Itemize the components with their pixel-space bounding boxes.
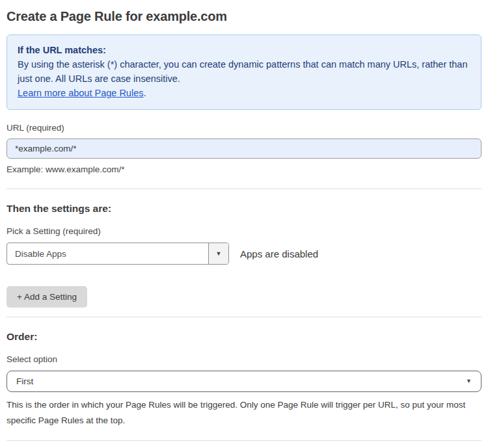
url-match-info-box: If the URL matches: By using the asteris…: [7, 34, 481, 110]
info-box-link-line: Learn more about Page Rules.: [18, 86, 470, 100]
setting-dropdown[interactable]: Disable Apps ▼: [7, 243, 229, 265]
link-suffix: .: [143, 88, 146, 98]
divider: [7, 317, 481, 317]
add-setting-button[interactable]: + Add a Setting: [7, 286, 87, 308]
learn-more-link[interactable]: Learn more about Page Rules: [18, 88, 143, 98]
setting-row: Disable Apps ▼ Apps are disabled: [7, 243, 481, 265]
setting-dropdown-value: Disable Apps: [7, 243, 208, 264]
chevron-down-icon: ▼: [216, 251, 222, 257]
settings-section-heading: Then the settings are:: [7, 203, 481, 215]
page-rule-form: Create a Page Rule for example.com If th…: [0, 0, 488, 448]
chevron-down-icon: ▼: [466, 378, 472, 384]
info-box-heading: If the URL matches:: [18, 43, 470, 57]
order-select-value: First: [16, 376, 33, 386]
url-example-hint: Example: www.example.com/*: [7, 165, 481, 174]
info-box-body: By using the asterisk (*) character, you…: [18, 57, 470, 86]
order-select[interactable]: First ▼: [7, 371, 481, 392]
order-section-heading: Order:: [7, 331, 481, 343]
setting-status-text: Apps are disabled: [240, 248, 318, 259]
url-field-label: URL (required): [7, 123, 481, 133]
divider: [7, 189, 481, 189]
url-input[interactable]: [7, 138, 481, 159]
order-select-label: Select option: [7, 354, 481, 364]
pick-setting-label: Pick a Setting (required): [7, 226, 481, 236]
divider: [7, 440, 481, 441]
order-help-text: This is the order in which your Page Rul…: [7, 397, 481, 428]
setting-dropdown-arrow-button[interactable]: ▼: [208, 243, 228, 264]
page-title: Create a Page Rule for example.com: [7, 9, 481, 24]
